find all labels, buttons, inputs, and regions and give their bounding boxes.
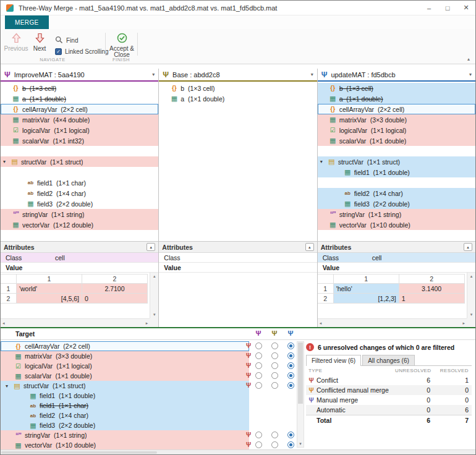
next-button[interactable]: Next <box>30 33 49 52</box>
merge-choice-radio[interactable] <box>287 372 294 379</box>
maximize-button[interactable]: □ <box>438 1 457 15</box>
chevron-down-icon[interactable]: ▾ <box>469 72 472 77</box>
merge-choice-radio[interactable] <box>271 342 278 349</box>
attr-table-row-header[interactable]: 1 <box>1 284 17 294</box>
tree-row[interactable]: abfield2 (1×4 char) <box>318 188 475 198</box>
merge-choice-radio[interactable] <box>271 372 278 379</box>
merge-choice-radio[interactable] <box>255 342 262 349</box>
target-tree-row[interactable]: ☑logicalVar (1×1 logical)Ψ <box>1 361 295 371</box>
merge-choice-radio[interactable] <box>255 441 262 448</box>
merge-choice-radio[interactable] <box>255 372 262 379</box>
tree-row[interactable]: ▦matrixVar (3×3 double) <box>318 114 475 125</box>
close-button[interactable]: ✕ <box>457 1 475 15</box>
scroll-up-icon[interactable]: ▴ <box>153 274 156 279</box>
attr-table-cell[interactable]: 'world' <box>17 284 82 294</box>
vertical-scrollbar[interactable]: ▴▾ <box>150 273 158 318</box>
merge-choice-radio[interactable] <box>255 352 262 359</box>
attr-table-col-header[interactable]: 1 <box>334 274 399 284</box>
target-tree-row[interactable]: ▾▤structVar (1×1 struct)Ψ <box>1 381 295 391</box>
target-tree-row[interactable]: ▦field1 (1×1 double) <box>1 391 295 401</box>
scroll-left-icon[interactable]: ◂ <box>2 321 5 326</box>
target-tree-row[interactable]: abfield2 (1×4 char) <box>1 410 295 420</box>
merge-choice-radio[interactable] <box>287 352 294 359</box>
attr-table-col-header[interactable]: 1 <box>17 274 82 284</box>
tree-row[interactable]: ☑logicalVar (1×1 logical) <box>318 125 475 135</box>
attr-table-col-header[interactable]: 2 <box>82 274 148 284</box>
scroll-down-icon[interactable]: ▾ <box>470 312 473 317</box>
attr-table-cell[interactable]: 0 <box>82 294 148 304</box>
merge-choice-radio[interactable] <box>255 362 262 369</box>
collapse-panel-button[interactable]: ▴ <box>464 243 472 251</box>
attr-table-cell[interactable]: 'hello' <box>334 284 399 294</box>
titlebar[interactable]: Three-Way Merge - mat1_5aa4190.mat vs. m… <box>1 1 475 15</box>
horizontal-scrollbar[interactable]: ◂▸ <box>1 318 150 327</box>
tab-merge[interactable]: MERGE <box>5 15 49 29</box>
scroll-left-icon[interactable]: ◂ <box>320 321 322 326</box>
merge-choice-radio[interactable] <box>271 362 278 369</box>
summary-tab[interactable]: Filtered view (6) <box>306 355 361 366</box>
checkbox-checked-icon[interactable]: ✓ <box>55 48 62 55</box>
scroll-down-icon[interactable]: ▾ <box>297 441 304 446</box>
merge-choice-radio[interactable] <box>255 432 262 438</box>
merge-choice-radio[interactable] <box>287 362 294 369</box>
chevron-down-icon[interactable]: ▾ <box>152 72 155 77</box>
tree-row[interactable]: ▦scalarVar (1×1 double) <box>318 135 475 146</box>
attr-table-cell[interactable]: [1,2,3] <box>334 294 399 304</box>
attr-table-cell[interactable]: 3.1400 <box>399 284 465 294</box>
scroll-right-icon[interactable]: ▸ <box>146 321 148 326</box>
collapse-panel-button[interactable]: ▴ <box>305 243 314 251</box>
tree-row[interactable]: ▦vectorVar (1×12 double) <box>1 219 158 230</box>
expander-icon[interactable]: ▾ <box>6 383 13 389</box>
linked-scrolling-checkbox[interactable]: ✓ Linked Scrolling <box>55 48 109 55</box>
merge-choice-radio[interactable] <box>287 441 294 448</box>
target-tree-row[interactable]: “”stringVar (1×1 string)Ψ <box>1 430 295 440</box>
merge-choice-radio[interactable] <box>271 352 278 359</box>
tree-row[interactable]: {}b (1×3 cell) <box>159 83 317 93</box>
merge-choice-radio[interactable] <box>255 382 262 389</box>
tree-row[interactable]: {}b (1×3 cell) <box>1 83 158 93</box>
scrollbar-thumb[interactable] <box>298 342 303 404</box>
attr-table-row-header[interactable]: 2 <box>1 294 17 304</box>
tree-row[interactable]: ▦field3 (2×2 double) <box>1 198 158 209</box>
target-tree-row[interactable]: abfield1 (1×1 char) <box>1 401 295 410</box>
tree-row[interactable]: ▦field1 (1×1 double) <box>318 167 475 177</box>
target-vertical-scrollbar[interactable]: ▾ <box>297 341 304 448</box>
tree-row[interactable]: abfield2 (1×4 char) <box>1 188 158 198</box>
vertical-scrollbar[interactable]: ▴▾ <box>467 273 475 318</box>
find-button[interactable]: Find <box>55 36 78 44</box>
tree-row[interactable]: ▦a (1×1 double) <box>318 93 475 104</box>
attr-table-cell[interactable]: 2.7100 <box>82 284 148 294</box>
scroll-down-icon[interactable]: ▾ <box>153 312 156 317</box>
summary-tab[interactable]: All changes (6) <box>362 355 415 365</box>
tree-row[interactable]: ▦scalarVar (1×1 int32) <box>1 135 158 146</box>
chevron-down-icon[interactable]: ▾ <box>311 72 313 77</box>
merge-choice-radio[interactable] <box>287 432 294 438</box>
attr-table-row-header[interactable]: 1 <box>318 284 334 294</box>
tree-row[interactable]: ▦a (1×1 double) <box>159 93 317 104</box>
target-tree-row[interactable]: ▦scalarVar (1×1 double)Ψ <box>1 371 295 381</box>
expander-icon[interactable]: ▾ <box>3 159 11 164</box>
attr-table-cell[interactable]: 1 <box>399 294 465 304</box>
target-tree-row[interactable]: ▦matrixVar (3×3 double)Ψ <box>1 351 295 361</box>
merge-choice-radio[interactable] <box>271 382 278 389</box>
attr-table-col-header[interactable]: 2 <box>399 274 465 284</box>
ribbon-collapse-button[interactable]: ▴ <box>467 56 470 62</box>
collapse-panel-button[interactable]: ▴ <box>147 243 155 251</box>
tree-row[interactable]: ▦vectorVar (1×10 double) <box>318 219 475 230</box>
target-tree-row[interactable]: ▦field3 (2×2 double) <box>1 420 295 430</box>
tree-row[interactable]: {}b (1×3 cell) <box>318 83 475 93</box>
scroll-right-icon[interactable]: ▸ <box>462 321 465 326</box>
merge-choice-radio[interactable] <box>271 441 278 448</box>
scroll-up-icon[interactable]: ▴ <box>470 274 473 279</box>
expander-icon[interactable]: ▾ <box>320 159 328 164</box>
previous-button[interactable]: Previous <box>4 33 28 52</box>
attr-table-cell[interactable]: [4,5,6] <box>17 294 82 304</box>
target-tree-row[interactable]: ▦vectorVar (1×10 double)Ψ <box>1 440 295 450</box>
minimize-button[interactable]: – <box>420 1 438 15</box>
tree-row[interactable]: ▾▤structVar (1×1 struct) <box>1 156 158 167</box>
tree-row[interactable]: ▾▤structVar (1×1 struct) <box>318 156 475 167</box>
horizontal-scrollbar[interactable]: ◂▸ <box>318 318 467 327</box>
tree-row[interactable]: ☑logicalVar (1×1 logical) <box>1 125 158 135</box>
tree-row[interactable]: {}cellArrayVar (2×2 cell) <box>1 104 158 114</box>
merge-choice-radio[interactable] <box>271 432 278 438</box>
